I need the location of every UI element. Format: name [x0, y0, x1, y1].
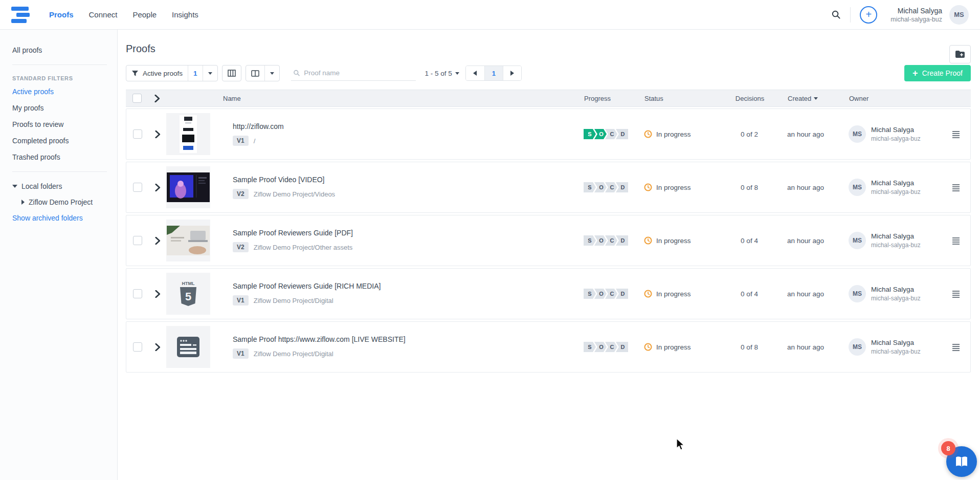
nav-item-connect[interactable]: Connect: [89, 10, 118, 19]
next-page-button[interactable]: [503, 66, 521, 80]
header-owner[interactable]: Owner: [837, 95, 942, 102]
owner-name: Michal Salyga: [871, 232, 921, 240]
sidebar-item-proofs-to-review[interactable]: Proofs to review: [0, 116, 117, 133]
table-row[interactable]: Sample Proof Video [VIDEO] V2 Ziflow Dem…: [126, 162, 971, 213]
expand-all-chevron-icon[interactable]: [154, 95, 160, 102]
proof-thumbnail-html5[interactable]: HTML5: [166, 273, 210, 315]
progress-step-o: O: [594, 129, 607, 139]
row-menu-icon[interactable]: [952, 184, 960, 191]
proof-name[interactable]: http://ziflow.com: [233, 122, 284, 130]
user-name: Michal Salyga: [890, 7, 942, 15]
sidebar-item-trashed-proofs[interactable]: Trashed proofs: [0, 149, 117, 165]
page-number-button[interactable]: 1: [484, 66, 503, 80]
proof-search-input[interactable]: [304, 69, 413, 77]
row-checkbox[interactable]: [133, 129, 142, 139]
owner-org: michal-salyga-buz: [871, 295, 921, 302]
nav-item-insights[interactable]: Insights: [172, 10, 198, 19]
clock-icon: [644, 130, 652, 138]
page-title: Proofs: [126, 43, 971, 55]
active-filter-button[interactable]: Active proofs 1: [126, 66, 203, 81]
quick-create-button[interactable]: +: [860, 6, 877, 24]
show-archived-folders-link[interactable]: Show archived folders: [0, 210, 117, 226]
proof-thumbnail-video[interactable]: [166, 166, 210, 208]
sidebar-item-active-proofs[interactable]: Active proofs: [0, 83, 117, 100]
nav-item-people[interactable]: People: [132, 10, 157, 19]
table-row[interactable]: http://ziflow.com V1 / SOCD In progress …: [126, 108, 971, 160]
columns-dropdown-button[interactable]: [264, 66, 279, 81]
progress-badges: SOCD: [584, 342, 628, 352]
proof-thumbnail-website[interactable]: [166, 113, 210, 155]
local-folders-label: Local folders: [21, 182, 62, 190]
page-range-dropdown[interactable]: 1 - 5 of 5: [425, 70, 459, 77]
sidebar-item-my-proofs[interactable]: My proofs: [0, 100, 117, 116]
column-layout-button[interactable]: [246, 66, 264, 81]
user-menu[interactable]: Michal Salyga michal-salyga-buz: [890, 7, 942, 23]
proof-name[interactable]: Sample Proof Reviewers Guide [PDF]: [233, 229, 353, 237]
main-nav: Proofs Connect People Insights: [49, 10, 198, 19]
proof-name[interactable]: Sample Proof https://www.ziflow.com [LIV…: [233, 335, 406, 343]
filter-button-group: Active proofs 1: [126, 65, 218, 81]
row-menu-icon[interactable]: [952, 237, 960, 245]
search-button[interactable]: [831, 10, 841, 19]
filter-dropdown-button[interactable]: [203, 66, 217, 81]
sidebar-folder-ziflow-demo-project[interactable]: Ziflow Demo Project: [0, 194, 117, 210]
table-view-button[interactable]: [222, 66, 241, 81]
expand-row-chevron-icon[interactable]: [155, 130, 161, 138]
table-header: Name Progress Status Decisions Created O…: [126, 90, 971, 107]
ziflow-logo-icon[interactable]: [11, 7, 32, 23]
new-folder-button[interactable]: [949, 45, 971, 63]
row-menu-icon[interactable]: [952, 130, 960, 138]
row-checkbox[interactable]: [133, 289, 142, 298]
decisions-count: 0 of 8: [725, 343, 774, 351]
header-created-label: Created: [788, 95, 811, 102]
row-checkbox[interactable]: [133, 342, 142, 352]
create-proof-button[interactable]: + Create Proof: [904, 65, 971, 81]
proof-thumbnail-browser[interactable]: [166, 326, 210, 368]
table-row[interactable]: HTML5 Sample Proof Reviewers Guide [RICH…: [126, 268, 971, 319]
header-progress[interactable]: Progress: [584, 95, 644, 102]
plus-icon: +: [865, 9, 872, 19]
status-label: In progress: [656, 343, 691, 351]
funnel-icon: [131, 70, 139, 77]
header-created[interactable]: Created: [774, 95, 837, 102]
status-label: In progress: [656, 130, 691, 138]
proof-folder-path: Ziflow Demo Project/Other assets: [254, 244, 353, 251]
progress-step-o: O: [594, 182, 607, 192]
progress-step-c: C: [605, 129, 617, 139]
table-row[interactable]: Sample Proof https://www.ziflow.com [LIV…: [126, 321, 971, 373]
created-time: an hour ago: [774, 130, 836, 138]
proof-name[interactable]: Sample Proof Reviewers Guide [RICH MEDIA…: [233, 282, 381, 290]
user-avatar[interactable]: MS: [949, 5, 969, 25]
folder-plus-icon: [955, 50, 965, 58]
owner-name: Michal Salyga: [871, 286, 921, 293]
search-icon: [831, 10, 841, 19]
expand-row-chevron-icon[interactable]: [155, 184, 161, 191]
plus-icon: +: [912, 69, 918, 78]
expand-row-chevron-icon[interactable]: [155, 237, 161, 245]
sidebar-item-completed-proofs[interactable]: Completed proofs: [0, 133, 117, 149]
progress-step-d: D: [616, 289, 628, 299]
prev-page-button[interactable]: [466, 66, 484, 80]
progress-badges: SOCD: [584, 129, 628, 139]
expand-row-chevron-icon[interactable]: [155, 290, 161, 298]
decisions-count: 0 of 8: [725, 184, 774, 191]
row-menu-icon[interactable]: [952, 290, 960, 298]
row-menu-icon[interactable]: [952, 343, 960, 351]
header-status[interactable]: Status: [644, 95, 725, 102]
svg-text:HTML: HTML: [182, 281, 195, 286]
table-row[interactable]: Sample Proof Reviewers Guide [PDF] V2 Zi…: [126, 215, 971, 266]
select-all-checkbox[interactable]: [132, 94, 142, 103]
local-folders-toggle[interactable]: Local folders: [0, 178, 117, 194]
nav-item-proofs[interactable]: Proofs: [49, 10, 74, 19]
owner-org: michal-salyga-buz: [871, 188, 921, 195]
expand-row-chevron-icon[interactable]: [155, 343, 161, 351]
proof-name[interactable]: Sample Proof Video [VIDEO]: [233, 176, 325, 184]
chevron-down-icon: [455, 72, 459, 75]
header-name[interactable]: Name: [223, 95, 584, 102]
proof-thumbnail-photo[interactable]: [166, 220, 210, 261]
progress-step-o: O: [594, 235, 607, 246]
sidebar-item-all-proofs[interactable]: All proofs: [0, 42, 117, 58]
row-checkbox[interactable]: [133, 183, 142, 192]
row-checkbox[interactable]: [133, 236, 142, 245]
header-decisions[interactable]: Decisions: [725, 95, 774, 102]
